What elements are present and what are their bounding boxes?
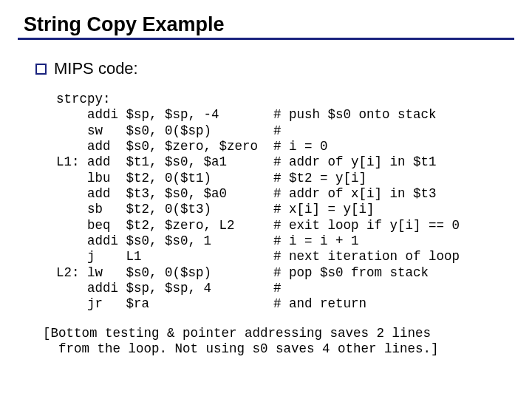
footnote: [Bottom testing & pointer addressing sav… <box>43 326 514 358</box>
title-rule: String Copy Example <box>18 13 514 40</box>
bullet-item: MIPS code: <box>35 59 514 78</box>
slide: String Copy Example MIPS code: strcpy: a… <box>0 0 532 358</box>
bullet-label: MIPS code: <box>54 59 138 78</box>
code-block: strcpy: addi $sp, $sp, -4 # push $s0 ont… <box>56 92 514 313</box>
page-title: String Copy Example <box>18 13 514 36</box>
square-bullet-icon <box>35 64 47 75</box>
